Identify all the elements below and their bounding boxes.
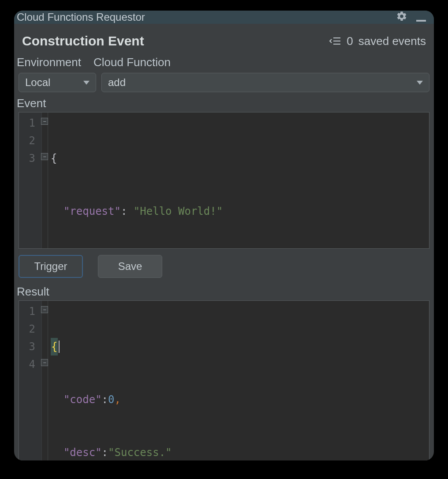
code-token: "code" bbox=[63, 391, 102, 408]
code-token: : bbox=[121, 202, 134, 220]
line-number: 1 bbox=[19, 303, 41, 320]
code-token: 0 bbox=[108, 391, 114, 408]
code-token: , bbox=[115, 391, 121, 408]
result-editor[interactable]: 1 2 3 4 − − { "code":0, "desc":"Success.… bbox=[19, 300, 429, 460]
environment-select[interactable]: Local bbox=[19, 73, 96, 92]
fold-close-icon[interactable]: − bbox=[41, 153, 48, 160]
code-token: : bbox=[102, 444, 108, 460]
fold-open-icon[interactable]: − bbox=[41, 306, 48, 313]
titlebar-title: Cloud Functions Requestor bbox=[17, 11, 145, 23]
code-token: "desc" bbox=[63, 444, 102, 460]
code-token: "Hello World!" bbox=[134, 202, 223, 220]
code-token: "request" bbox=[63, 202, 121, 220]
fold-column: − − bbox=[42, 301, 48, 460]
saved-events-count: 0 bbox=[347, 34, 353, 48]
chevron-down-icon bbox=[83, 81, 90, 85]
line-number: 4 bbox=[19, 356, 41, 373]
fold-open-icon[interactable]: − bbox=[41, 118, 48, 125]
cloud-function-label: Cloud Function bbox=[93, 56, 171, 69]
save-button-label: Save bbox=[118, 260, 142, 273]
button-row: Trigger Save bbox=[16, 249, 432, 281]
titlebar-actions bbox=[396, 11, 426, 24]
code-token: { bbox=[51, 150, 57, 167]
event-gutter: 1 2 3 bbox=[19, 112, 42, 248]
event-code[interactable]: { "request": "Hello World!" } bbox=[48, 112, 429, 248]
caret bbox=[59, 341, 60, 353]
event-label: Event bbox=[16, 92, 432, 112]
tool-window: Cloud Functions Requestor Construction E… bbox=[14, 11, 434, 460]
trigger-button-label: Trigger bbox=[34, 260, 67, 273]
section-header: Construction Event 0 saved events bbox=[16, 24, 432, 53]
saved-events-link[interactable]: 0 saved events bbox=[329, 34, 426, 48]
trigger-button[interactable]: Trigger bbox=[19, 255, 83, 278]
fold-column: − − bbox=[42, 112, 48, 248]
list-icon bbox=[329, 36, 341, 46]
minimize-icon[interactable] bbox=[416, 20, 426, 22]
result-gutter: 1 2 3 4 bbox=[19, 301, 42, 460]
selects-row: Local add bbox=[16, 73, 432, 92]
code-token: "Success." bbox=[108, 444, 172, 460]
environment-value: Local bbox=[25, 76, 50, 89]
line-number: 3 bbox=[19, 150, 41, 167]
cloud-function-value: add bbox=[108, 76, 126, 89]
save-button[interactable]: Save bbox=[98, 255, 162, 278]
code-token: { bbox=[51, 338, 58, 356]
gear-icon[interactable] bbox=[396, 11, 407, 24]
cloud-function-select[interactable]: add bbox=[101, 73, 429, 92]
result-label: Result bbox=[16, 281, 432, 300]
chevron-down-icon bbox=[417, 81, 423, 85]
line-number: 3 bbox=[19, 338, 41, 356]
content-area: Construction Event 0 saved events Enviro… bbox=[14, 24, 434, 460]
section-title: Construction Event bbox=[22, 34, 144, 49]
fold-close-icon[interactable]: − bbox=[41, 359, 48, 366]
result-code[interactable]: { "code":0, "desc":"Success." } bbox=[48, 301, 429, 460]
line-number: 1 bbox=[19, 114, 41, 132]
line-number: 2 bbox=[19, 320, 41, 338]
code-token: : bbox=[102, 391, 108, 408]
select-labels: Environment Cloud Function bbox=[16, 53, 432, 73]
line-number: 2 bbox=[19, 132, 41, 150]
environment-label: Environment bbox=[17, 56, 81, 69]
saved-events-label: saved events bbox=[358, 34, 426, 48]
titlebar: Cloud Functions Requestor bbox=[14, 11, 434, 24]
event-editor[interactable]: 1 2 3 − − { "request": "Hello World!" } bbox=[19, 112, 429, 249]
